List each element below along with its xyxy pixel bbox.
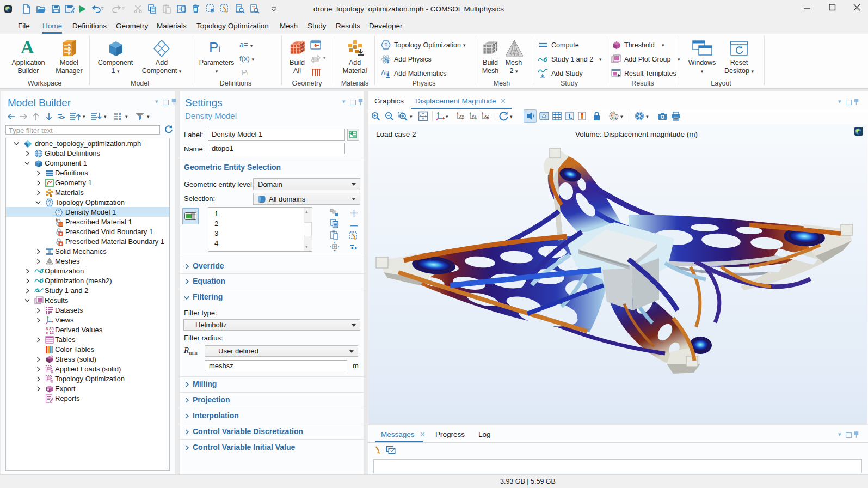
svg-text:yz: yz	[472, 113, 477, 119]
svg-text:?: ?	[48, 200, 51, 206]
svg-text:xz: xz	[484, 113, 489, 119]
svg-text:xy: xy	[459, 113, 464, 119]
svg-text:e-12: e-12	[46, 330, 54, 334]
svg-text:?: ?	[57, 210, 60, 216]
svg-text:?: ?	[384, 42, 387, 48]
